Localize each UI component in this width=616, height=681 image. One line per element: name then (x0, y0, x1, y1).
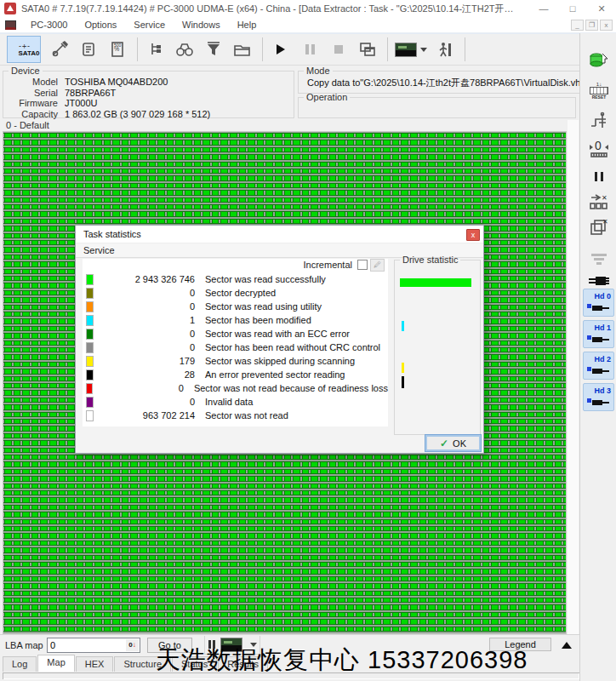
menu-windows[interactable]: Windows (174, 20, 229, 30)
map-view-dropdown[interactable] (392, 37, 430, 62)
device-field-label: Capacity (9, 109, 58, 120)
brush-button[interactable]: 🖉 (370, 259, 385, 272)
utility-tools-button[interactable] (46, 37, 73, 62)
dialog-close-button[interactable]: x (466, 229, 480, 241)
up-arrow-icon (562, 642, 572, 649)
pc3000-menu-icon (5, 20, 16, 30)
stat-row: 0Sector was read with an ECC error (83, 327, 388, 340)
stat-value: 0 (94, 397, 195, 407)
toolbar-separator (387, 37, 388, 61)
mdi-minimize-button[interactable]: _ (571, 20, 584, 31)
reset-drive-button[interactable]: 1↓ RESET (587, 79, 611, 101)
stat-label: Sector has been read without CRC control (205, 342, 380, 352)
menu-options[interactable]: Options (76, 20, 125, 30)
filter-button[interactable] (200, 37, 227, 62)
drive-stat-modified-tick (402, 321, 404, 331)
commutator-icon (589, 111, 609, 131)
stat-color-chip (86, 329, 94, 340)
sata0-port-button[interactable]: -＋- SATA0 (7, 36, 41, 63)
stat-color-chip (86, 410, 94, 421)
copy-data-button[interactable] (587, 49, 611, 71)
maximize-button[interactable]: □ (558, 0, 587, 17)
stat-color-chip (86, 288, 94, 299)
tab-hex[interactable]: HEX (76, 656, 114, 672)
minimize-button[interactable]: — (529, 0, 558, 17)
open-task-button[interactable] (229, 37, 256, 62)
reset-label: RESET (592, 94, 607, 100)
stat-value: 0 (94, 301, 195, 312)
menu-pc3000[interactable]: PC-3000 (22, 20, 76, 30)
stat-label: An error prevented sector reading (205, 369, 345, 380)
tools-icon (51, 41, 68, 58)
drive-statistic-label: Drive statistic (400, 255, 460, 265)
device-field-label: Firmware (9, 98, 58, 109)
pc3000-window: SATA0 # 7.7.19(7.7.19.14424) # PC-3000 U… (0, 0, 616, 681)
cascade-windows-button[interactable] (354, 37, 381, 62)
head-1-button[interactable]: Hd 1 (583, 320, 614, 348)
script-log-button[interactable] (75, 37, 102, 62)
stat-value: 0 (94, 288, 195, 298)
tree-icon (147, 41, 164, 58)
mdi-close-button[interactable]: x (600, 20, 613, 31)
stat-label: Invalid data (205, 397, 253, 407)
commutator-button[interactable] (587, 110, 611, 132)
ok-button[interactable]: ✓ OK (425, 434, 482, 452)
map-scrollbar[interactable] (568, 120, 579, 634)
device-serial-value: 78BRPA66T (65, 88, 116, 99)
start-button[interactable] (267, 37, 294, 62)
head-3-button[interactable]: Hd 3 (583, 383, 614, 411)
head-icon (587, 398, 609, 405)
stat-label: Sector was not read (205, 410, 288, 421)
exit-task-button[interactable] (431, 37, 459, 62)
incremental-checkbox[interactable] (357, 260, 368, 270)
stat-row: 0Sector was read using utility (83, 300, 388, 313)
lba-input-wrap: 0↓ (47, 638, 140, 653)
title-bar: SATA0 # 7.7.19(7.7.19.14424) # PC-3000 U… (0, 0, 616, 17)
stat-value: 0 (94, 329, 195, 339)
stat-label: Sector decrypted (205, 288, 276, 298)
search-button[interactable] (171, 37, 198, 62)
tab-map[interactable]: Map (37, 655, 74, 672)
menu-service[interactable]: Service (125, 20, 174, 30)
skip-sectors-button[interactable]: ✕ (587, 192, 611, 214)
tab-log[interactable]: Log (3, 656, 37, 672)
filter-disabled-button[interactable] (587, 248, 611, 270)
dialog-title-bar[interactable]: Task statistics x (76, 226, 483, 243)
head-icon (587, 367, 609, 374)
stat-label: Sector was read using utility (205, 301, 322, 312)
mode-group-label: Mode (304, 66, 333, 76)
collapse-panel-button[interactable] (558, 638, 574, 651)
lba-input[interactable] (48, 638, 126, 652)
stat-label: Sector was not read because of readiness… (194, 383, 388, 393)
operation-group: Operation (298, 92, 576, 118)
stat-value: 28 (94, 369, 195, 380)
pause-button[interactable] (296, 37, 323, 62)
zero-counter-button[interactable]: 0 (587, 137, 611, 159)
close-button[interactable]: ✕ (587, 0, 616, 17)
stat-row: 179Sector was skipped during scanning (83, 354, 388, 368)
report-percent-button[interactable]: %500 (104, 37, 131, 62)
stop-button[interactable] (325, 37, 352, 62)
dialog-menu-service[interactable]: Service (83, 245, 115, 255)
sata-connector-icon: -＋- (19, 43, 29, 49)
percent-doc-icon: %500 (109, 41, 126, 58)
stat-color-chip (86, 315, 94, 326)
stat-color-chip (86, 342, 94, 353)
funnel-filter-icon (205, 41, 222, 58)
drive-statistic-group: Drive statistic (394, 255, 481, 435)
menu-help[interactable]: Help (229, 20, 265, 30)
pause-task-button[interactable] (587, 166, 611, 188)
toolbar-separator (137, 37, 138, 61)
copy-drive-icon (588, 49, 610, 71)
svg-text:500: 500 (114, 43, 122, 48)
mdi-restore-button[interactable]: ❐ (585, 20, 598, 31)
play-icon (277, 44, 285, 54)
head-0-button[interactable]: Hd 0 (583, 289, 614, 317)
head-2-button[interactable]: Hd 2 (583, 352, 614, 380)
structure-tree-button[interactable] (142, 37, 169, 62)
lba-format-toggle[interactable]: 0↓ (126, 639, 139, 651)
stat-value: 963 702 214 (94, 410, 195, 421)
mode-value: Copy data to"G:\2025\10.14-江th2t开盘78BRPA… (304, 77, 594, 89)
close-maps-button[interactable]: ✕ (587, 217, 611, 239)
device-group-label: Device (9, 66, 43, 76)
